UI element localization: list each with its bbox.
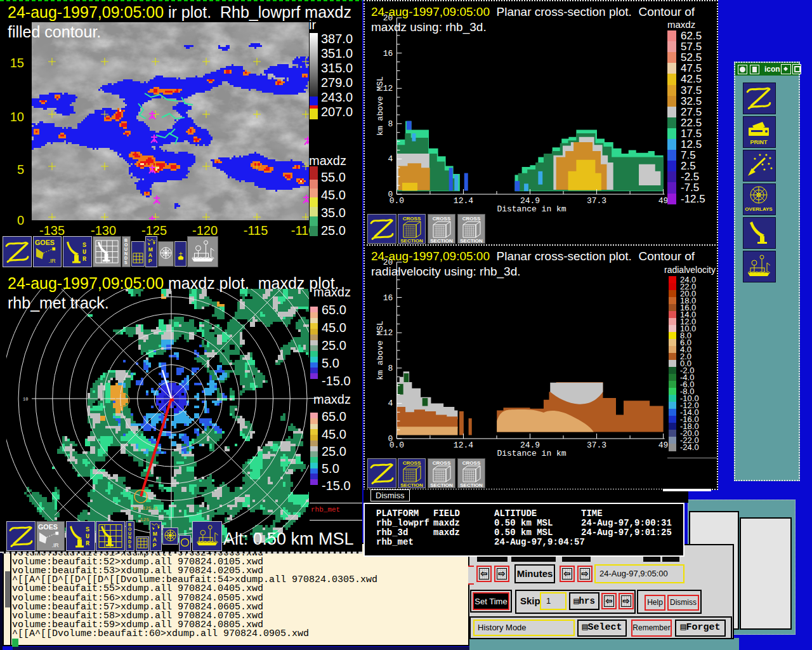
svg-text:km above MSL: km above MSL (376, 321, 385, 380)
svg-text:O: O (124, 242, 128, 247)
svg-text:10: 10 (23, 397, 28, 402)
svg-text:CROSS: CROSS (403, 216, 421, 222)
svg-text:4: 4 (388, 399, 393, 408)
svg-text:S: S (128, 544, 131, 548)
svg-text:SECTION: SECTION (400, 482, 423, 488)
svg-text:M: M (148, 246, 153, 253)
svg-text:S: S (124, 260, 128, 265)
svg-text:8: 8 (388, 364, 393, 373)
svg-text:B: B (124, 238, 128, 242)
svg-text:P: P (153, 542, 157, 548)
svg-text:U: U (86, 533, 89, 540)
svg-text:R: R (82, 256, 86, 263)
svg-text:CROSS: CROSS (433, 216, 451, 222)
svg-text:km above MSL: km above MSL (376, 76, 385, 136)
svg-text:49: 49 (658, 441, 669, 450)
svg-text:.IR: .IR (48, 258, 55, 264)
svg-text:12.4: 12.4 (454, 196, 473, 206)
svg-text:A: A (153, 536, 157, 543)
svg-text:16: 16 (383, 49, 393, 58)
svg-text:37.3: 37.3 (587, 441, 606, 450)
svg-text:SECTION: SECTION (430, 238, 453, 243)
svg-text:.IR: .IR (51, 542, 58, 548)
svg-text:-125: -125 (137, 517, 149, 522)
svg-text:S: S (86, 526, 89, 533)
svg-text:4: 4 (388, 154, 393, 164)
svg-text:OVERLAYS: OVERLAYS (745, 206, 773, 212)
svg-text:S: S (82, 242, 86, 249)
svg-text:N: N (124, 251, 128, 256)
svg-text:D: D (124, 256, 128, 260)
svg-text:U: U (82, 249, 86, 256)
svg-text:GOES: GOES (35, 239, 55, 246)
svg-text:SECTION: SECTION (460, 238, 483, 243)
svg-text:SECTION: SECTION (460, 482, 483, 488)
svg-text:CROSS: CROSS (433, 460, 451, 466)
svg-text:12.4: 12.4 (454, 441, 473, 450)
svg-text:CROSS: CROSS (403, 460, 421, 466)
svg-text:M: M (153, 531, 157, 537)
svg-text:CROSS: CROSS (462, 216, 481, 222)
svg-text:PRINT: PRINT (750, 139, 768, 145)
svg-text:Distance in km: Distance in km (497, 204, 566, 214)
svg-text:0.0: 0.0 (390, 441, 404, 450)
svg-text:0.0: 0.0 (390, 196, 404, 206)
svg-text:U: U (124, 247, 128, 251)
svg-text:37.3: 37.3 (587, 196, 606, 206)
svg-text:16: 16 (383, 293, 393, 303)
svg-text:b=-125-8: b=-125-8 (133, 505, 158, 511)
svg-text:8: 8 (388, 119, 393, 129)
svg-text:SECTION: SECTION (430, 482, 453, 488)
svg-text:Distance in km: Distance in km (497, 449, 566, 458)
svg-text:CROSS: CROSS (462, 460, 481, 466)
svg-text:P: P (148, 258, 152, 264)
svg-text:R: R (86, 540, 89, 547)
svg-text:GOES: GOES (38, 523, 58, 531)
svg-text:A: A (148, 252, 152, 258)
svg-text:SECTION: SECTION (400, 238, 423, 243)
